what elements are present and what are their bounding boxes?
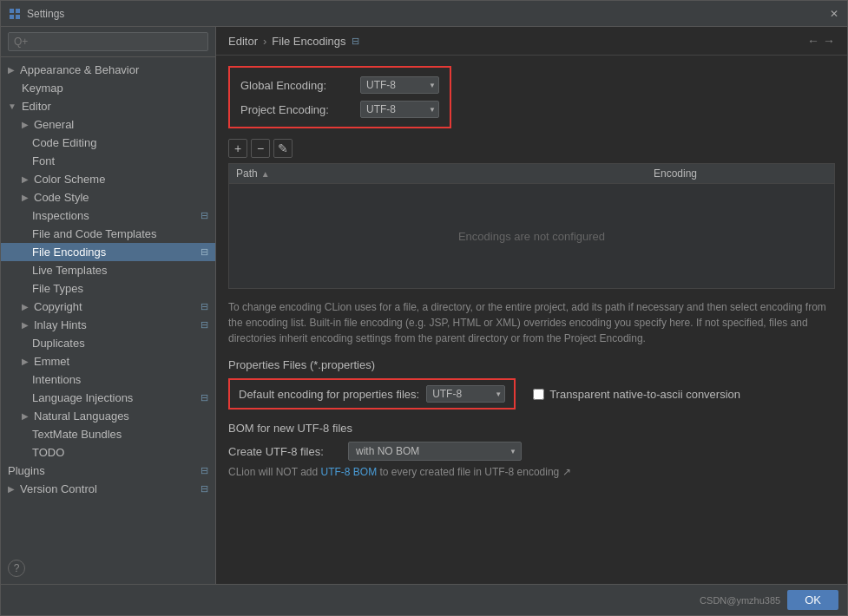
badge-icon: ⊟ [198, 319, 210, 331]
chevron-right-icon: ▶ [22, 320, 29, 330]
transparent-checkbox[interactable] [533, 389, 544, 400]
sidebar-item-label: Editor [22, 100, 51, 113]
main-content: ▶ Appearance & Behavior Keymap ▼ Editor … [1, 27, 847, 584]
sidebar-item-font[interactable]: Font [1, 152, 215, 170]
sidebar-item-label: Code Style [34, 191, 89, 204]
global-encoding-label: Global Encoding: [240, 79, 353, 92]
sidebar-item-copyright[interactable]: ▶ Copyright ⊟ [1, 298, 215, 316]
project-encoding-select-wrapper: UTF-8 UTF-16 ISO-8859-1 [360, 101, 439, 118]
properties-encoding-select[interactable]: UTF-8 UTF-16 ISO-8859-1 [426, 385, 505, 403]
project-encoding-select[interactable]: UTF-8 UTF-16 ISO-8859-1 [360, 101, 439, 118]
settings-window: Settings ✕ ▶ Appearance & Behavior Keyma… [0, 0, 848, 616]
global-encoding-row: Global Encoding: UTF-8 UTF-16 ISO-8859-1 [240, 76, 439, 94]
sidebar-item-intentions[interactable]: Intentions [1, 370, 215, 389]
utf8-bom-link[interactable]: UTF-8 BOM [321, 466, 378, 478]
chevron-right-icon: ▶ [8, 65, 15, 75]
badge-icon: ⊟ [198, 465, 210, 477]
sidebar-item-file-encodings[interactable]: File Encodings ⊟ [1, 243, 215, 261]
chevron-right-icon: ▶ [22, 357, 29, 366]
search-box [1, 27, 215, 57]
sidebar-item-file-code-templates[interactable]: File and Code Templates [1, 225, 215, 243]
global-encoding-select[interactable]: UTF-8 UTF-16 ISO-8859-1 [360, 76, 439, 94]
sidebar-item-label: Inlay Hints [34, 318, 87, 331]
sidebar-item-label: Copyright [34, 300, 82, 313]
add-button[interactable]: + [228, 139, 247, 158]
sidebar-item-plugins[interactable]: Plugins ⊟ [1, 462, 215, 480]
edit-button[interactable]: ✎ [273, 139, 293, 158]
close-button[interactable]: ✕ [828, 8, 840, 20]
chevron-right-icon: ▶ [8, 484, 15, 494]
bom-row: Create UTF-8 files: with NO BOM with BOM [228, 442, 835, 461]
sidebar-item-inspections[interactable]: Inspections ⊟ [1, 206, 215, 225]
transparent-checkbox-row: Transparent native-to-ascii conversion [533, 388, 740, 401]
window-title: Settings [27, 8, 828, 20]
sidebar-item-label: Keymap [22, 82, 63, 95]
sidebar-item-label: TODO [32, 446, 64, 459]
properties-section: Properties Files (*.properties) Default … [228, 358, 835, 410]
badge-icon: ⊟ [198, 392, 210, 404]
sidebar-item-language-injections[interactable]: Language Injections ⊟ [1, 389, 215, 407]
project-encoding-row: Project Encoding: UTF-8 UTF-16 ISO-8859-… [240, 101, 439, 118]
sidebar-item-general[interactable]: ▶ General [1, 115, 215, 134]
sidebar-item-code-style[interactable]: ▶ Code Style [1, 188, 215, 206]
clion-info-text: CLion will NOT add [228, 466, 318, 478]
help-button[interactable]: ? [8, 560, 25, 577]
svg-rect-2 [10, 15, 14, 19]
sort-icon: ▲ [261, 169, 270, 179]
sidebar-item-label: Duplicates [32, 337, 85, 350]
remove-button[interactable]: − [251, 139, 270, 158]
breadcrumb-current: File Encodings [272, 35, 345, 48]
sidebar-item-label: Inspections [32, 209, 89, 222]
sidebar-item-keymap[interactable]: Keymap [1, 79, 215, 97]
nav-arrows: ← → [807, 34, 835, 48]
forward-arrow-button[interactable]: → [823, 34, 835, 48]
transparent-label: Transparent native-to-ascii conversion [549, 388, 740, 401]
toolbar-row: + − ✎ [228, 139, 835, 158]
sidebar-item-label: Code Editing [32, 136, 96, 149]
properties-row: Default encoding for properties files: U… [228, 378, 835, 410]
global-encoding-select-wrapper: UTF-8 UTF-16 ISO-8859-1 [360, 76, 439, 94]
sidebar-item-textmate-bundles[interactable]: TextMate Bundles [1, 425, 215, 443]
sidebar-item-label: Natural Languages [34, 410, 129, 423]
bom-section-title: BOM for new UTF-8 files [228, 422, 835, 435]
sidebar-item-inlay-hints[interactable]: ▶ Inlay Hints ⊟ [1, 316, 215, 334]
chevron-right-icon: ▶ [22, 193, 29, 202]
content-area: Editor › File Encodings ⊟ ← → Global Enc… [216, 27, 847, 584]
sidebar-item-editor[interactable]: ▼ Editor [1, 97, 215, 115]
back-arrow-button[interactable]: ← [807, 34, 819, 48]
sidebar-item-label: File Encodings [32, 246, 106, 259]
sidebar-item-appearance[interactable]: ▶ Appearance & Behavior [1, 61, 215, 79]
sidebar-item-code-editing[interactable]: Code Editing [1, 134, 215, 152]
sidebar-item-label: Live Templates [32, 264, 107, 277]
badge-icon: ⊟ [198, 210, 210, 222]
search-input[interactable] [8, 32, 208, 51]
bom-select[interactable]: with NO BOM with BOM [348, 442, 522, 461]
sidebar-item-label: File and Code Templates [32, 227, 157, 240]
chevron-right-icon: ▶ [22, 174, 29, 184]
encoding-highlighted-section: Global Encoding: UTF-8 UTF-16 ISO-8859-1… [228, 66, 451, 128]
sidebar-item-live-templates[interactable]: Live Templates [1, 261, 215, 279]
chevron-right-icon: ▶ [22, 120, 29, 129]
badge-icon: ⊟ [198, 246, 210, 259]
clion-info-suffix: to every created file in UTF-8 encoding … [380, 466, 571, 478]
content-header: Editor › File Encodings ⊟ ← → [216, 27, 847, 56]
sidebar-item-file-types[interactable]: File Types [1, 279, 215, 298]
default-encoding-label: Default encoding for properties files: [239, 388, 419, 401]
chevron-down-icon: ▼ [8, 102, 16, 111]
sidebar-item-todo[interactable]: TODO [1, 443, 215, 462]
sidebar-item-duplicates[interactable]: Duplicates [1, 334, 215, 352]
breadcrumb-parent: Editor [228, 35, 258, 48]
badge-icon: ⊟ [198, 483, 210, 495]
svg-rect-0 [10, 9, 14, 13]
content-body: Global Encoding: UTF-8 UTF-16 ISO-8859-1… [216, 56, 847, 584]
sidebar-item-version-control[interactable]: ▶ Version Control ⊟ [1, 480, 215, 498]
sidebar-item-color-scheme[interactable]: ▶ Color Scheme [1, 170, 215, 188]
svg-rect-3 [16, 15, 20, 19]
sidebar: ▶ Appearance & Behavior Keymap ▼ Editor … [1, 27, 216, 584]
highlighted-properties: Default encoding for properties files: U… [228, 378, 516, 410]
ok-button[interactable]: OK [787, 590, 838, 610]
sidebar-item-natural-languages[interactable]: ▶ Natural Languages [1, 407, 215, 425]
sidebar-item-emmet[interactable]: ▶ Emmet [1, 352, 215, 370]
bom-section: BOM for new UTF-8 files Create UTF-8 fil… [228, 422, 835, 478]
title-bar: Settings ✕ [1, 1, 847, 27]
